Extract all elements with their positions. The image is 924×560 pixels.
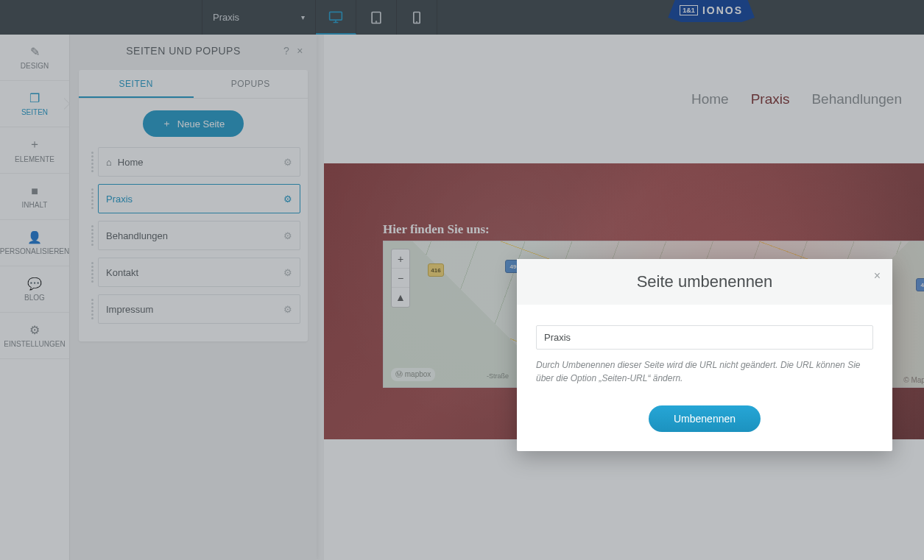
modal-hint: Durch Umbenennen dieser Seite wird die U… — [536, 358, 873, 385]
modal-close-icon[interactable]: × — [874, 269, 881, 283]
rename-page-modal: Seite umbenennen × Durch Umbenennen dies… — [517, 259, 892, 451]
modal-title: Seite umbenennen — [637, 272, 773, 291]
modal-header: Seite umbenennen × — [517, 259, 892, 305]
rename-input[interactable] — [536, 325, 873, 350]
rename-confirm-button[interactable]: Umbenennen — [649, 405, 761, 432]
